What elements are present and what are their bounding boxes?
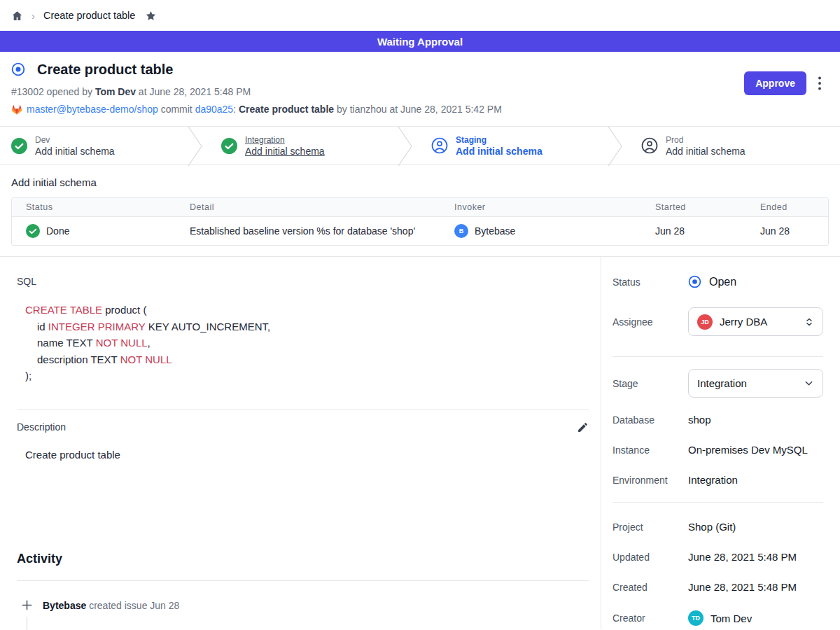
- done-check-icon: [26, 224, 40, 238]
- project-value: Shop (Git): [688, 521, 823, 533]
- stage-value: Integration: [697, 377, 797, 389]
- task-invoker: Bytebase: [475, 225, 515, 237]
- sql-label: SQL: [17, 276, 589, 287]
- edit-pencil-icon[interactable]: [577, 421, 589, 433]
- creator-label: Creator: [612, 612, 688, 624]
- kebab-menu-icon[interactable]: [818, 76, 821, 90]
- assignee-value: Jerry DBA: [720, 316, 797, 328]
- table-row[interactable]: Done Established baseline version %s for…: [12, 217, 828, 245]
- stage-separator: [188, 127, 203, 166]
- gitlab-icon: [11, 104, 22, 115]
- open-status-icon: [688, 275, 701, 288]
- main-column: SQL CREATE TABLE product ( id INTEGER PR…: [0, 257, 601, 629]
- timeline-connector: [27, 617, 27, 630]
- creator-avatar: TD: [688, 610, 704, 626]
- col-started: Started: [641, 198, 746, 216]
- page-title: Create product table: [37, 61, 173, 78]
- activity-actor: Bytebase: [43, 600, 86, 611]
- instance-label: Instance: [612, 444, 688, 456]
- created-label: Created: [612, 582, 688, 593]
- task-section: Add initial schema Status Detail Invoker…: [0, 165, 840, 246]
- home-icon[interactable]: [11, 10, 23, 22]
- stage-separator: [608, 127, 623, 166]
- pipeline-stage-dev[interactable]: Dev Add initial schema: [0, 127, 210, 164]
- pipeline-stage-prod[interactable]: Prod Add initial schema: [630, 127, 840, 164]
- task-detail: Established baseline version %s for data…: [176, 217, 440, 245]
- updown-chevron-icon: [804, 317, 814, 327]
- commit-line: master@bytebase-demo/shop commit da90a25…: [11, 104, 829, 115]
- description-content: Create product table: [25, 449, 589, 461]
- col-ended: Ended: [746, 198, 828, 216]
- issue-header: Create product table #13002 opened by To…: [0, 52, 840, 126]
- description-label: Description: [17, 421, 66, 433]
- stage-label: Stage: [612, 378, 688, 389]
- environment-value: Integration: [688, 474, 823, 486]
- project-label: Project: [612, 522, 688, 533]
- activity-item: Bytebase created issue Jun 28: [17, 600, 589, 611]
- status-label: Status: [612, 276, 688, 288]
- status-banner: Waiting Approval: [0, 31, 840, 52]
- task-heading: Add initial schema: [11, 176, 829, 188]
- star-icon[interactable]: [145, 10, 157, 22]
- environment-label: Environment: [612, 475, 688, 486]
- activity-heading: Activity: [17, 552, 589, 566]
- col-invoker: Invoker: [440, 198, 641, 216]
- pipeline: Dev Add initial schema Integration Add i…: [0, 126, 840, 165]
- commit-message: Create product table: [239, 104, 334, 115]
- user-circle-icon: [431, 137, 448, 154]
- check-circle-icon: [221, 138, 237, 154]
- issue-open-icon: [11, 62, 25, 76]
- col-detail: Detail: [176, 198, 440, 216]
- stage-select[interactable]: Integration: [688, 369, 823, 398]
- col-status: Status: [12, 198, 176, 216]
- database-value: shop: [688, 414, 823, 426]
- user-circle-icon: [641, 137, 658, 154]
- check-circle-icon: [11, 138, 27, 154]
- stage-separator: [398, 127, 413, 166]
- issue-author: Tom Dev: [95, 86, 136, 97]
- creator-value: Tom Dev: [710, 612, 752, 624]
- assignee-avatar: JD: [697, 314, 713, 330]
- sql-code: CREATE TABLE product ( id INTEGER PRIMAR…: [25, 302, 589, 384]
- task-ended: Jun 28: [746, 217, 828, 245]
- issue-meta: #13002 opened by Tom Dev at June 28, 202…: [11, 86, 829, 98]
- bytebase-avatar: B: [454, 224, 468, 238]
- status-value: Open: [709, 276, 736, 288]
- pipeline-stage-staging[interactable]: Staging Add initial schema: [420, 127, 630, 164]
- updated-value: June 28, 2021 5:48 PM: [688, 551, 823, 563]
- instance-value: On-premises Dev MySQL: [688, 444, 823, 456]
- assignee-select[interactable]: JD Jerry DBA: [688, 307, 823, 336]
- breadcrumb-separator: ›: [31, 10, 35, 22]
- commit-sha-link[interactable]: da90a25: [195, 104, 234, 115]
- plus-icon: [22, 600, 32, 610]
- created-value: June 28, 2021 5:48 PM: [688, 581, 823, 593]
- sidebar: Status Open Assignee JD Jerry DBA Stage: [601, 257, 840, 629]
- breadcrumb: › Create product table: [0, 0, 840, 31]
- database-label: Database: [612, 414, 688, 426]
- approve-button[interactable]: Approve: [744, 71, 806, 95]
- breadcrumb-title[interactable]: Create product table: [43, 10, 135, 21]
- updated-label: Updated: [612, 552, 688, 563]
- pipeline-stage-integration[interactable]: Integration Add initial schema: [210, 127, 420, 164]
- task-started: Jun 28: [641, 217, 746, 245]
- chevron-down-icon: [804, 378, 814, 388]
- branch-link[interactable]: master@bytebase-demo/shop: [27, 104, 158, 115]
- task-table: Status Detail Invoker Started Ended Done…: [11, 197, 829, 246]
- assignee-label: Assignee: [612, 316, 688, 328]
- task-status: Done: [46, 225, 69, 237]
